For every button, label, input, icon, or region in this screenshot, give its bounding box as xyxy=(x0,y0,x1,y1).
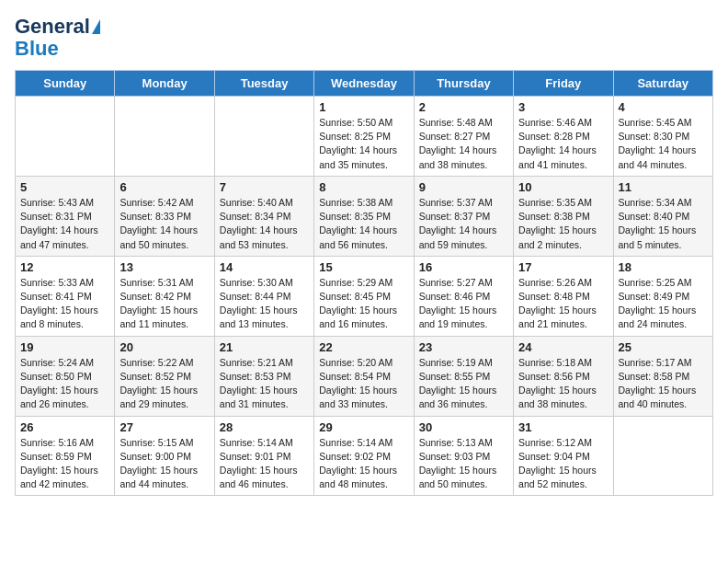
day-number: 23 xyxy=(419,340,508,354)
calendar-cell: 22Sunrise: 5:20 AM Sunset: 8:54 PM Dayli… xyxy=(314,336,414,416)
day-info: Sunrise: 5:31 AM Sunset: 8:42 PM Dayligh… xyxy=(119,276,209,332)
day-number: 29 xyxy=(319,420,408,434)
col-header-wednesday: Wednesday xyxy=(314,71,414,97)
day-number: 17 xyxy=(518,260,608,274)
calendar-cell xyxy=(16,97,115,177)
day-number: 3 xyxy=(518,100,608,114)
day-info: Sunrise: 5:48 AM Sunset: 8:27 PM Dayligh… xyxy=(419,116,508,172)
day-number: 15 xyxy=(319,260,408,274)
calendar-cell: 8Sunrise: 5:38 AM Sunset: 8:35 PM Daylig… xyxy=(314,176,414,256)
day-number: 26 xyxy=(20,420,109,434)
day-info: Sunrise: 5:19 AM Sunset: 8:55 PM Dayligh… xyxy=(419,356,508,412)
day-info: Sunrise: 5:21 AM Sunset: 8:53 PM Dayligh… xyxy=(220,356,309,412)
calendar-cell: 30Sunrise: 5:13 AM Sunset: 9:03 PM Dayli… xyxy=(414,416,513,496)
day-info: Sunrise: 5:37 AM Sunset: 8:37 PM Dayligh… xyxy=(419,196,508,252)
calendar-cell: 21Sunrise: 5:21 AM Sunset: 8:53 PM Dayli… xyxy=(214,336,313,416)
day-number: 13 xyxy=(119,260,209,274)
calendar-cell: 14Sunrise: 5:30 AM Sunset: 8:44 PM Dayli… xyxy=(214,256,313,336)
calendar-week-row: 1Sunrise: 5:50 AM Sunset: 8:25 PM Daylig… xyxy=(16,97,713,177)
day-info: Sunrise: 5:24 AM Sunset: 8:50 PM Dayligh… xyxy=(20,356,109,412)
day-info: Sunrise: 5:45 AM Sunset: 8:30 PM Dayligh… xyxy=(619,116,708,172)
col-header-friday: Friday xyxy=(514,71,613,97)
calendar-table: SundayMondayTuesdayWednesdayThursdayFrid… xyxy=(15,70,713,496)
calendar-cell: 9Sunrise: 5:37 AM Sunset: 8:37 PM Daylig… xyxy=(414,176,513,256)
day-number: 9 xyxy=(419,180,508,194)
day-info: Sunrise: 5:29 AM Sunset: 8:45 PM Dayligh… xyxy=(319,276,408,332)
calendar-cell xyxy=(115,97,214,177)
calendar-cell: 19Sunrise: 5:24 AM Sunset: 8:50 PM Dayli… xyxy=(16,336,115,416)
day-number: 7 xyxy=(220,180,309,194)
day-info: Sunrise: 5:18 AM Sunset: 8:56 PM Dayligh… xyxy=(518,356,608,412)
day-info: Sunrise: 5:16 AM Sunset: 8:59 PM Dayligh… xyxy=(20,436,109,492)
day-number: 19 xyxy=(20,340,109,354)
calendar-cell: 10Sunrise: 5:35 AM Sunset: 8:38 PM Dayli… xyxy=(514,176,613,256)
calendar-week-row: 26Sunrise: 5:16 AM Sunset: 8:59 PM Dayli… xyxy=(16,416,713,496)
day-info: Sunrise: 5:50 AM Sunset: 8:25 PM Dayligh… xyxy=(319,116,408,172)
calendar-cell: 29Sunrise: 5:14 AM Sunset: 9:02 PM Dayli… xyxy=(314,416,414,496)
day-info: Sunrise: 5:20 AM Sunset: 8:54 PM Dayligh… xyxy=(319,356,408,412)
day-info: Sunrise: 5:26 AM Sunset: 8:48 PM Dayligh… xyxy=(518,276,608,332)
col-header-tuesday: Tuesday xyxy=(214,71,313,97)
calendar-cell: 2Sunrise: 5:48 AM Sunset: 8:27 PM Daylig… xyxy=(414,97,513,177)
calendar-cell: 28Sunrise: 5:14 AM Sunset: 9:01 PM Dayli… xyxy=(214,416,313,496)
col-header-monday: Monday xyxy=(115,71,214,97)
calendar-cell: 23Sunrise: 5:19 AM Sunset: 8:55 PM Dayli… xyxy=(414,336,513,416)
calendar-week-row: 5Sunrise: 5:43 AM Sunset: 8:31 PM Daylig… xyxy=(16,176,713,256)
day-number: 27 xyxy=(119,420,209,434)
calendar-cell: 3Sunrise: 5:46 AM Sunset: 8:28 PM Daylig… xyxy=(514,97,613,177)
calendar-cell: 26Sunrise: 5:16 AM Sunset: 8:59 PM Dayli… xyxy=(16,416,115,496)
calendar-header-row: SundayMondayTuesdayWednesdayThursdayFrid… xyxy=(16,71,713,97)
logo-blue: Blue xyxy=(15,39,59,59)
day-info: Sunrise: 5:17 AM Sunset: 8:58 PM Dayligh… xyxy=(619,356,708,412)
day-number: 21 xyxy=(220,340,309,354)
calendar-cell: 7Sunrise: 5:40 AM Sunset: 8:34 PM Daylig… xyxy=(214,176,313,256)
calendar-cell: 4Sunrise: 5:45 AM Sunset: 8:30 PM Daylig… xyxy=(613,97,712,177)
logo: General Blue xyxy=(15,15,100,59)
calendar-cell: 12Sunrise: 5:33 AM Sunset: 8:41 PM Dayli… xyxy=(16,256,115,336)
col-header-saturday: Saturday xyxy=(613,71,712,97)
calendar-cell xyxy=(214,97,313,177)
calendar-cell: 31Sunrise: 5:12 AM Sunset: 9:04 PM Dayli… xyxy=(514,416,613,496)
day-info: Sunrise: 5:43 AM Sunset: 8:31 PM Dayligh… xyxy=(20,196,109,252)
day-info: Sunrise: 5:34 AM Sunset: 8:40 PM Dayligh… xyxy=(619,196,708,252)
day-info: Sunrise: 5:33 AM Sunset: 8:41 PM Dayligh… xyxy=(20,276,109,332)
day-number: 8 xyxy=(319,180,408,194)
calendar-cell: 5Sunrise: 5:43 AM Sunset: 8:31 PM Daylig… xyxy=(16,176,115,256)
calendar-cell xyxy=(613,416,712,496)
day-number: 1 xyxy=(319,100,408,114)
day-info: Sunrise: 5:15 AM Sunset: 9:00 PM Dayligh… xyxy=(119,436,209,492)
day-number: 18 xyxy=(619,260,708,274)
day-number: 2 xyxy=(419,100,508,114)
day-number: 12 xyxy=(20,260,109,274)
logo-general: General xyxy=(15,15,90,39)
calendar-week-row: 19Sunrise: 5:24 AM Sunset: 8:50 PM Dayli… xyxy=(16,336,713,416)
day-info: Sunrise: 5:14 AM Sunset: 9:01 PM Dayligh… xyxy=(220,436,309,492)
day-number: 10 xyxy=(518,180,608,194)
day-number: 20 xyxy=(119,340,209,354)
calendar-cell: 20Sunrise: 5:22 AM Sunset: 8:52 PM Dayli… xyxy=(115,336,214,416)
day-number: 31 xyxy=(518,420,608,434)
calendar-cell: 24Sunrise: 5:18 AM Sunset: 8:56 PM Dayli… xyxy=(514,336,613,416)
calendar-cell: 17Sunrise: 5:26 AM Sunset: 8:48 PM Dayli… xyxy=(514,256,613,336)
day-number: 14 xyxy=(220,260,309,274)
calendar-cell: 13Sunrise: 5:31 AM Sunset: 8:42 PM Dayli… xyxy=(115,256,214,336)
day-info: Sunrise: 5:25 AM Sunset: 8:49 PM Dayligh… xyxy=(619,276,708,332)
day-number: 11 xyxy=(619,180,708,194)
calendar-week-row: 12Sunrise: 5:33 AM Sunset: 8:41 PM Dayli… xyxy=(16,256,713,336)
day-number: 25 xyxy=(619,340,708,354)
day-info: Sunrise: 5:13 AM Sunset: 9:03 PM Dayligh… xyxy=(419,436,508,492)
calendar-cell: 27Sunrise: 5:15 AM Sunset: 9:00 PM Dayli… xyxy=(115,416,214,496)
day-number: 30 xyxy=(419,420,508,434)
day-info: Sunrise: 5:22 AM Sunset: 8:52 PM Dayligh… xyxy=(119,356,209,412)
col-header-thursday: Thursday xyxy=(414,71,513,97)
page-header: General Blue xyxy=(15,15,713,59)
calendar-cell: 16Sunrise: 5:27 AM Sunset: 8:46 PM Dayli… xyxy=(414,256,513,336)
day-number: 28 xyxy=(220,420,309,434)
calendar-cell: 1Sunrise: 5:50 AM Sunset: 8:25 PM Daylig… xyxy=(314,97,414,177)
day-info: Sunrise: 5:35 AM Sunset: 8:38 PM Dayligh… xyxy=(518,196,608,252)
day-number: 16 xyxy=(419,260,508,274)
day-info: Sunrise: 5:27 AM Sunset: 8:46 PM Dayligh… xyxy=(419,276,508,332)
day-number: 22 xyxy=(319,340,408,354)
day-info: Sunrise: 5:46 AM Sunset: 8:28 PM Dayligh… xyxy=(518,116,608,172)
day-info: Sunrise: 5:38 AM Sunset: 8:35 PM Dayligh… xyxy=(319,196,408,252)
